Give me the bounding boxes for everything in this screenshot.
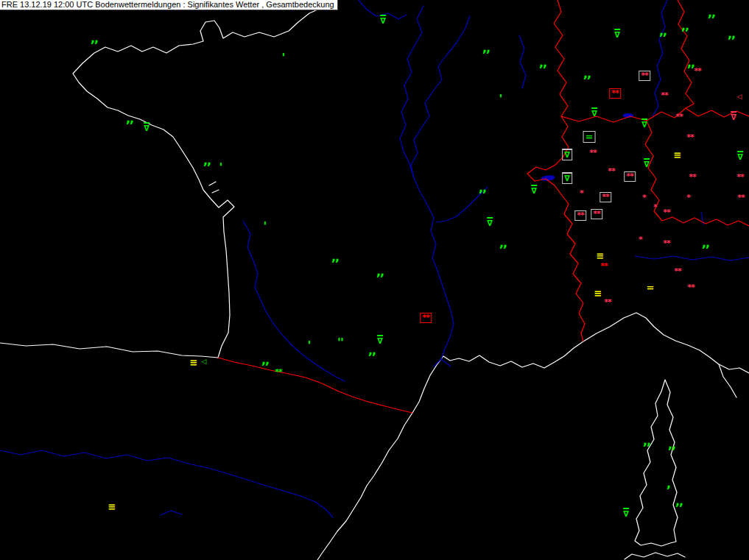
symbol-layer: ∇∇∇∇∇∇∇∇∇∇∇∇∇∇,,,,,,,,,,,,,,,,,,,,,,,,,,… <box>0 0 749 560</box>
weather-symbol-snow: ** <box>624 171 636 182</box>
weather-symbol-shower: ∇ <box>591 107 597 118</box>
weather-symbol-drizzle: ,, <box>643 436 650 447</box>
weather-symbol-shower: ∇ <box>623 508 629 518</box>
weather-symbol-heavy-snow: ** <box>600 262 608 270</box>
weather-symbol-drizzle: , <box>667 478 671 490</box>
weather-symbol-snow: ** <box>694 67 701 75</box>
weather-symbol-drizzle: ,, <box>368 345 376 357</box>
weather-symbol-fog: ≡ <box>674 150 682 160</box>
weather-symbol-snow: ** <box>686 133 694 141</box>
weather-symbol-drizzle: ,, <box>479 182 486 194</box>
weather-symbol-snow: ** <box>599 192 611 202</box>
weather-symbol-snow: ** <box>663 239 670 247</box>
weather-symbol-rain: ' <box>282 52 286 64</box>
weather-symbol-heavy-snow: ** <box>420 313 432 323</box>
weather-symbol-fog: ≡ <box>594 288 602 298</box>
weather-symbol-shower: ∇ <box>377 335 383 345</box>
weather-symbol-fog: ≡ <box>190 358 198 367</box>
weather-symbol-drizzle: ,, <box>499 238 507 249</box>
weather-symbol-drizzle: ,, <box>203 155 211 167</box>
weather-symbol-rain: '' <box>337 337 343 349</box>
weather-symbol-drizzle: ,, <box>708 7 715 19</box>
weather-symbol-shower: ∇ <box>380 15 386 25</box>
weather-symbol-drizzle: ,, <box>681 21 689 32</box>
weather-symbol-snow: ** <box>689 173 696 181</box>
weather-symbol-snow: ** <box>674 267 681 275</box>
weather-symbol-rain: ' <box>499 93 503 105</box>
weather-symbol-snow: ** <box>663 208 670 216</box>
weather-symbol-snow: ** <box>591 209 602 219</box>
weather-symbol-mist: = <box>647 283 655 292</box>
weather-symbol-shower: ∇ <box>731 111 736 121</box>
weather-symbol-rain: ' <box>308 340 312 352</box>
weather-symbol-snow: ** <box>737 194 745 202</box>
weather-map-screen: ∇∇∇∇∇∇∇∇∇∇∇∇∇∇,,,,,,,,,,,,,,,,,,,,,,,,,,… <box>0 0 749 560</box>
weather-symbol-snow: ** <box>687 283 695 291</box>
weather-symbol-drizzle: ,, <box>91 33 98 45</box>
weather-symbol-drizzle: ,, <box>583 68 591 80</box>
weather-symbol-shower: ∇ <box>614 29 620 39</box>
weather-symbol-shower: ∇ <box>531 185 537 195</box>
weather-symbol-snow: ** <box>661 91 668 99</box>
weather-symbol-snow: ** <box>608 167 615 175</box>
weather-symbol-triangle: ◁ <box>202 358 207 365</box>
weather-symbol-shower: ∇ <box>641 118 647 129</box>
weather-symbol-drizzle: ,, <box>539 57 546 69</box>
title-bar: FRE 13.12.19 12:00 UTC Bodenwettermeldun… <box>0 0 338 10</box>
weather-symbol-drizzle: ,, <box>482 43 490 54</box>
weather-symbol-drizzle: ,, <box>675 496 683 508</box>
weather-symbol-snow: ** <box>639 71 650 81</box>
weather-symbol-shower: ∇ <box>644 158 650 169</box>
weather-symbol-shower: ∇ <box>737 151 743 161</box>
weather-symbol-station: = <box>583 131 596 143</box>
weather-symbol-fog: ≡ <box>108 502 116 511</box>
weather-symbol-drizzle: ,, <box>331 252 339 263</box>
weather-symbol-snow: * <box>642 194 647 202</box>
weather-symbol-shower: ∇ <box>487 217 493 227</box>
weather-symbol-shower: ∇ <box>562 172 572 184</box>
weather-symbol-rain: ' <box>264 221 267 233</box>
weather-symbol-snow: ** <box>675 113 683 121</box>
weather-symbol-drizzle: ,, <box>702 238 709 249</box>
weather-symbol-drizzle: ,, <box>376 266 384 278</box>
weather-symbol-snow: * <box>580 189 584 197</box>
weather-symbol-drizzle: ,, <box>659 26 667 38</box>
weather-symbol-triangle: ◁ <box>737 93 742 100</box>
weather-symbol-snow: * <box>639 235 643 244</box>
weather-symbol-drizzle: ,, <box>728 29 735 40</box>
weather-symbol-drizzle: ,, <box>126 113 133 125</box>
weather-symbol-snow: ** <box>604 298 611 306</box>
weather-symbol-drizzle: ,, <box>261 355 269 366</box>
weather-symbol-fog: ≡ <box>597 251 605 260</box>
weather-symbol-shower: ∇ <box>144 122 150 132</box>
weather-symbol-snow: ** <box>574 210 586 221</box>
weather-symbol-rain: ' <box>219 162 223 174</box>
weather-symbol-shower: ∇ <box>562 149 572 160</box>
weather-symbol-snow: * <box>686 194 691 202</box>
weather-symbol-heavy-snow: ** <box>609 88 621 99</box>
weather-symbol-snow: ** <box>736 173 744 181</box>
weather-symbol-snow: ** <box>589 149 597 157</box>
weather-symbol-snow: ** <box>275 368 282 376</box>
weather-symbol-snow: * <box>653 203 658 211</box>
weather-symbol-drizzle: ,, <box>668 439 675 451</box>
